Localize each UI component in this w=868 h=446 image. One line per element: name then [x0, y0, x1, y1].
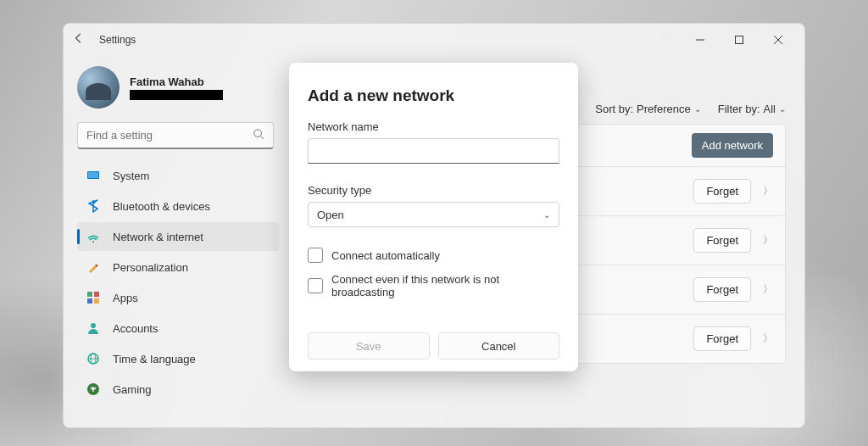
svg-rect-1 [736, 36, 743, 44]
connect-hidden-checkbox[interactable]: Connect even if this network is not broa… [308, 273, 559, 298]
network-name-input[interactable] [308, 138, 559, 164]
nav-label: Accounts [113, 322, 158, 335]
profile-name: Fatima Wahab [130, 75, 223, 88]
gaming-icon [86, 382, 101, 397]
sidebar-item-gaming[interactable]: Gaming [77, 375, 279, 404]
window-controls [681, 26, 798, 53]
network-name-label: Network name [308, 120, 559, 133]
dialog-title: Add a new network [308, 86, 559, 105]
sort-by-dropdown[interactable]: Sort by: Preference ⌄ [595, 103, 700, 115]
add-network-button[interactable]: Add network [692, 133, 773, 158]
apps-icon [86, 290, 101, 305]
chevron-down-icon: ⌄ [694, 104, 701, 114]
avatar [77, 66, 120, 109]
svg-line-5 [261, 137, 264, 140]
sidebar: Fatima Wahab System [64, 56, 284, 427]
sort-label: Sort by: [595, 103, 633, 115]
nav-label: Network & internet [113, 231, 203, 243]
chevron-right-icon[interactable]: 〉 [763, 282, 773, 297]
security-type-value: Open [317, 209, 344, 221]
svg-point-13 [91, 323, 96, 328]
back-button[interactable] [70, 32, 87, 47]
chevron-right-icon[interactable]: 〉 [763, 184, 773, 198]
checkbox-label: Connect even if this network is not broa… [331, 273, 559, 298]
system-icon [86, 168, 101, 183]
personalization-icon [86, 259, 101, 275]
close-button[interactable] [759, 26, 798, 53]
nav-label: Time & language [113, 353, 196, 365]
forget-button[interactable]: Forget [693, 326, 751, 351]
svg-rect-11 [87, 298, 92, 304]
chevron-down-icon: ⌄ [779, 104, 786, 114]
profile-block[interactable]: Fatima Wahab [72, 63, 284, 122]
nav-label: Personalization [113, 261, 188, 274]
nav-label: Bluetooth & devices [113, 200, 210, 213]
sidebar-item-accounts[interactable]: Accounts [77, 314, 279, 343]
save-button[interactable]: Save [308, 332, 430, 360]
chevron-right-icon[interactable]: 〉 [763, 233, 773, 248]
security-type-label: Security type [308, 184, 559, 197]
connect-automatically-checkbox[interactable]: Connect automatically [308, 248, 559, 263]
nav-label: Apps [113, 292, 138, 304]
window-title: Settings [99, 34, 136, 46]
sidebar-item-bluetooth[interactable]: Bluetooth & devices [77, 192, 279, 220]
sidebar-item-network[interactable]: Network & internet [77, 222, 279, 251]
search-box[interactable] [77, 122, 274, 149]
profile-text: Fatima Wahab [130, 75, 223, 100]
add-network-dialog: Add a new network Network name Security … [289, 63, 578, 371]
chevron-down-icon: ⌄ [543, 210, 550, 220]
titlebar: Settings [64, 24, 804, 56]
minimize-button[interactable] [681, 26, 720, 53]
security-type-select[interactable]: Open ⌄ [308, 202, 559, 227]
profile-email-redacted [130, 90, 223, 100]
nav-label: Gaming [113, 383, 152, 396]
svg-rect-7 [88, 172, 98, 178]
svg-rect-10 [94, 292, 99, 297]
forget-button[interactable]: Forget [693, 277, 751, 302]
search-wrap [72, 122, 284, 161]
sort-value: Preference [637, 103, 691, 115]
nav-list: System Bluetooth & devices Network & int… [72, 161, 284, 404]
svg-rect-12 [94, 298, 99, 304]
filter-value: All [764, 103, 776, 115]
svg-rect-9 [87, 292, 92, 297]
network-icon [86, 229, 101, 244]
chevron-right-icon[interactable]: 〉 [763, 332, 773, 346]
sidebar-item-personalization[interactable]: Personalization [77, 253, 279, 282]
search-input[interactable] [86, 129, 253, 142]
forget-button[interactable]: Forget [693, 228, 751, 253]
filter-by-dropdown[interactable]: Filter by: All ⌄ [718, 103, 786, 115]
sidebar-item-system[interactable]: System [77, 161, 279, 190]
sidebar-item-apps[interactable]: Apps [77, 283, 279, 312]
forget-button[interactable]: Forget [693, 179, 751, 203]
accounts-icon [86, 321, 101, 336]
time-icon [86, 351, 101, 366]
checkbox-label: Connect automatically [331, 249, 440, 262]
nav-label: System [113, 170, 149, 182]
maximize-button[interactable] [720, 26, 759, 53]
dialog-actions: Save Cancel [308, 332, 559, 360]
checkbox-icon [308, 278, 323, 293]
cancel-button[interactable]: Cancel [438, 332, 560, 360]
sidebar-item-time[interactable]: Time & language [77, 344, 279, 373]
checkbox-icon [308, 248, 323, 263]
svg-point-4 [254, 130, 262, 137]
filter-label: Filter by: [718, 103, 760, 115]
search-icon [253, 128, 264, 142]
svg-point-8 [92, 241, 94, 243]
bluetooth-icon [86, 198, 101, 214]
